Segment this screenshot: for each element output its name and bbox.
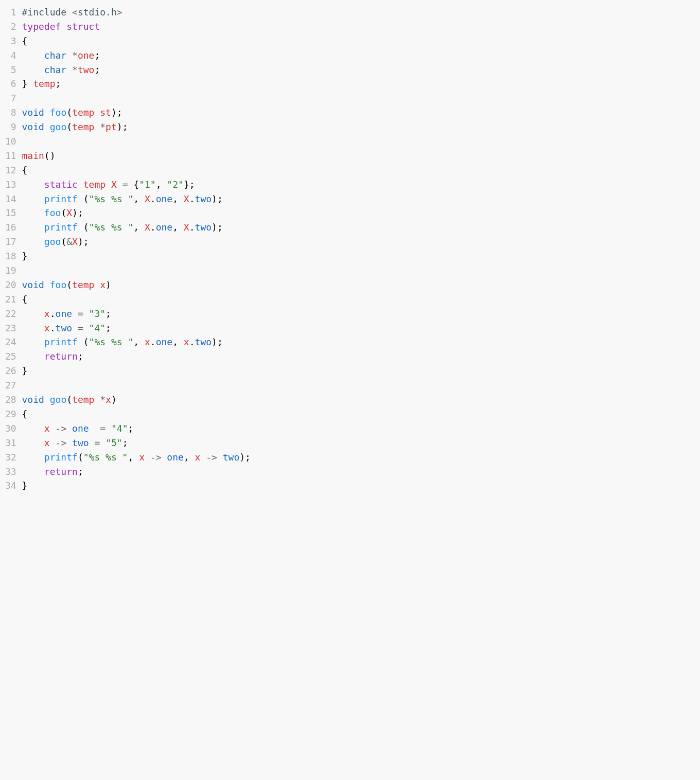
code-content: void goo(temp *pt); <box>22 120 128 134</box>
line-number: 8 <box>5 105 16 120</box>
token-op: -> <box>56 437 67 448</box>
token-type: void <box>22 107 44 118</box>
code-line: 19 <box>5 263 695 278</box>
token-plain <box>72 308 78 319</box>
code-content: static temp X = {"1", "2"}; <box>22 178 195 192</box>
token-plain: . <box>189 193 195 204</box>
line-number: 19 <box>5 263 16 278</box>
token-plain: ( <box>66 107 72 118</box>
token-tname: temp <box>72 279 94 290</box>
token-var: X <box>66 207 72 218</box>
token-op: = <box>122 179 128 190</box>
token-plain: . <box>189 222 195 233</box>
code-content: printf("%s %s ", x -> one, x -> two); <box>22 450 251 465</box>
code-line: 17 goo(&X); <box>5 235 695 249</box>
token-var: x <box>44 437 50 448</box>
token-plain: ; <box>128 423 133 434</box>
line-number: 16 <box>5 220 16 235</box>
token-plain: ); <box>111 107 122 118</box>
code-content: typedef struct <box>22 20 100 34</box>
token-plain <box>22 336 44 347</box>
token-tname: main <box>22 150 44 161</box>
line-number: 29 <box>5 407 16 421</box>
token-plain: ( <box>78 336 89 347</box>
token-type: char <box>44 64 66 75</box>
token-var: x <box>195 452 201 463</box>
code-line: 32 printf("%s %s ", x -> one, x -> two); <box>5 450 695 465</box>
token-plain: , <box>172 336 184 347</box>
code-line: 8void foo(temp st); <box>5 105 695 120</box>
line-number: 33 <box>5 465 16 479</box>
token-plain <box>22 207 44 218</box>
token-plain <box>22 423 44 434</box>
token-plain: ) <box>106 279 111 290</box>
code-line: 29{ <box>5 407 695 421</box>
code-line: 34} <box>5 478 695 493</box>
token-plain <box>66 64 72 75</box>
token-plain: ( <box>78 222 89 233</box>
line-number: 10 <box>5 134 16 149</box>
token-plain: ) <box>111 394 117 405</box>
token-plain <box>50 423 56 434</box>
token-var: x <box>106 394 111 405</box>
token-plain: ; <box>106 308 111 319</box>
token-fn: foo <box>50 107 67 118</box>
line-number: 2 <box>5 20 16 34</box>
token-plain <box>44 107 50 118</box>
token-plain <box>44 121 50 132</box>
token-type: void <box>22 279 44 290</box>
line-number: 30 <box>5 421 16 436</box>
line-number: 20 <box>5 278 16 292</box>
token-plain <box>22 452 44 463</box>
token-op: = <box>94 437 100 448</box>
token-plain <box>100 437 106 448</box>
token-plain: ; <box>78 351 83 362</box>
token-plain: ; <box>106 323 111 333</box>
token-plain <box>22 437 44 448</box>
token-op: * <box>72 50 78 61</box>
token-plain: ); <box>212 222 223 233</box>
token-mem: one <box>167 452 184 463</box>
token-plain: . <box>50 308 56 319</box>
token-var: X <box>111 179 117 190</box>
token-op: -> <box>150 452 162 463</box>
code-content: #include <stdio.h> <box>22 5 122 20</box>
code-line: 4 char *one; <box>5 48 695 63</box>
token-plain <box>66 437 72 448</box>
code-line: 16 printf ("%s %s ", X.one, X.two); <box>5 220 695 235</box>
token-plain: , <box>128 452 139 463</box>
token-plain <box>22 308 44 319</box>
token-plain <box>94 107 100 118</box>
token-mem: one <box>156 336 173 347</box>
token-plain: { <box>128 179 139 190</box>
code-line: 6} temp; <box>5 77 695 91</box>
token-str: "3" <box>89 308 106 319</box>
token-type: void <box>22 121 44 132</box>
line-number: 6 <box>5 77 16 91</box>
token-fn: goo <box>44 236 61 247</box>
token-mem: one <box>156 222 173 233</box>
token-tname: temp <box>72 107 94 118</box>
token-plain <box>22 323 44 333</box>
token-plain <box>22 179 44 190</box>
token-var: X <box>184 222 189 233</box>
line-number: 12 <box>5 163 16 178</box>
token-mem: two <box>72 437 89 448</box>
line-number: 31 <box>5 436 16 450</box>
code-line: 25 return; <box>5 349 695 364</box>
line-number: 5 <box>5 63 16 77</box>
token-mem: one <box>56 308 73 319</box>
code-content: foo(X); <box>22 206 83 220</box>
code-line: 22 x.one = "3"; <box>5 307 695 321</box>
token-plain: ; <box>56 78 61 89</box>
token-plain: , <box>172 222 184 233</box>
token-fn: printf <box>44 193 78 204</box>
token-plain <box>89 423 100 434</box>
token-var: st <box>100 107 111 118</box>
line-number: 27 <box>5 378 16 393</box>
token-plain <box>83 323 89 333</box>
token-var: x <box>145 336 150 347</box>
code-line: 30 x -> one = "4"; <box>5 421 695 436</box>
token-fn: printf <box>44 222 78 233</box>
line-number: 3 <box>5 34 16 48</box>
